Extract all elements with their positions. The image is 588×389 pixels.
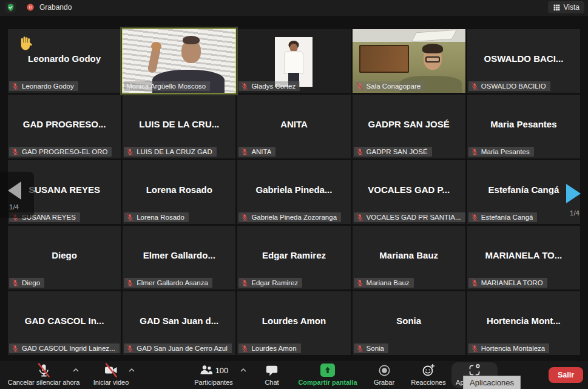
leave-meeting-button[interactable]: Salir xyxy=(549,367,583,383)
video-options-chevron[interactable] xyxy=(127,366,136,374)
muted-mic-icon xyxy=(356,345,363,352)
tile-edgar-ramirez[interactable]: Edgar Ramirez Edgar Ramirez xyxy=(237,226,350,289)
recording-indicator: Grabando xyxy=(25,2,72,12)
participant-name-label: GAD CASCOL Ingrid Lainez... xyxy=(9,343,120,353)
participant-display-name: GAD CASCOL In... xyxy=(10,316,118,326)
participant-display-name: Maria Pesantes xyxy=(470,119,578,129)
muted-mic-icon xyxy=(126,214,133,221)
participant-display-name: VOCALES GAD P... xyxy=(355,184,463,195)
tile-marianela-toro[interactable]: MARIANELA TO... MARIANELA TORO xyxy=(467,226,580,289)
muted-mic-icon xyxy=(356,279,363,286)
security-shield-icon[interactable] xyxy=(5,2,16,13)
participants-icon xyxy=(199,363,214,377)
participant-display-name: Hortencia Mont... xyxy=(470,316,578,326)
participant-display-name: ANITA xyxy=(240,119,348,129)
participant-display-name: Elmer Gallardo... xyxy=(125,250,233,260)
mic-slash-icon xyxy=(36,363,51,377)
profile-photo xyxy=(275,37,313,87)
page-indicator-right: 1/4 xyxy=(570,209,580,217)
participant-name-label: GADPR SAN JOSÉ xyxy=(354,147,432,157)
record-button[interactable]: Grabar xyxy=(368,362,400,388)
chat-button[interactable]: Chat xyxy=(256,362,288,388)
participant-display-name: OSWALDO BACI... xyxy=(470,53,578,64)
muted-mic-icon xyxy=(241,345,248,352)
participant-name-label: Lourdes Amon xyxy=(238,343,300,353)
participant-name-label: Mariana Bauz xyxy=(354,278,414,288)
muted-mic-icon xyxy=(241,214,248,221)
participant-name-label: Sonia xyxy=(354,343,388,353)
participant-display-name: Lorena Rosado xyxy=(125,184,233,195)
tile-lourdes-amon[interactable]: Lourdes Amon Lourdes Amon xyxy=(237,291,350,355)
tile-leonardo-godoy[interactable]: Leonardo Godoy Leonardo Godoy xyxy=(8,29,121,93)
participant-display-name: MARIANELA TO... xyxy=(470,250,578,260)
tile-vocales-gad[interactable]: VOCALES GAD P... VOCALES GAD PR SANTIA..… xyxy=(353,160,465,224)
participant-display-name: Diego xyxy=(10,250,118,260)
participant-display-name: GADPR SAN JOSÉ xyxy=(355,119,463,129)
muted-mic-icon xyxy=(471,83,478,90)
tile-gad-progreso[interactable]: GAD PROGRESO... GAD PROGRESO-EL ORO xyxy=(8,95,121,158)
previous-page-button[interactable]: 1/4 xyxy=(0,172,34,218)
muted-mic-icon xyxy=(471,148,478,155)
arrow-right-icon xyxy=(566,184,581,203)
muted-mic-icon xyxy=(126,345,133,352)
participant-name-label: Gabriela Pineda Zozoranga xyxy=(238,212,341,222)
recording-dot-icon xyxy=(25,2,35,12)
share-screen-button[interactable]: Compartir pantalla xyxy=(294,362,362,388)
muted-mic-icon xyxy=(12,345,19,352)
tile-monica-arguello-active-speaker[interactable]: Monica Argüello Moscoso xyxy=(123,29,235,93)
participants-options-chevron[interactable] xyxy=(239,366,248,374)
chat-icon xyxy=(265,364,279,377)
tile-gadpr-san-jose[interactable]: GADPR SAN JOSÉ GADPR SAN JOSÉ xyxy=(353,95,465,158)
tile-oswaldo-bacilio[interactable]: OSWALDO BACI... OSWALDO BACILIO xyxy=(467,29,580,93)
muted-mic-icon xyxy=(241,279,248,286)
start-video-button[interactable]: Iniciar video xyxy=(86,362,136,388)
participants-button[interactable]: 100 Participantes xyxy=(180,362,248,388)
muted-mic-icon xyxy=(471,214,478,221)
next-page-button[interactable]: 1/4 xyxy=(560,178,587,224)
view-button-label: Vista xyxy=(564,3,580,12)
participant-name-label: Estefanía Cangá xyxy=(468,212,538,222)
tile-sonia[interactable]: Sonia Sonia xyxy=(353,291,465,355)
video-slash-icon xyxy=(104,363,118,377)
reactions-button[interactable]: Reacciones xyxy=(404,362,453,388)
reactions-icon xyxy=(421,363,436,377)
participant-name-label: Lorena Rosado xyxy=(124,212,189,222)
unmute-button[interactable]: Cancelar silenciar ahora xyxy=(4,362,84,388)
page-indicator-left: 1/4 xyxy=(9,203,19,211)
participant-name-label: Monica Argüello Moscoso xyxy=(124,81,210,91)
muted-mic-icon xyxy=(471,345,478,352)
participant-display-name: GAD San Juan d... xyxy=(125,316,233,326)
participant-name-label: GAD PROGRESO-EL ORO xyxy=(9,147,112,157)
muted-mic-icon xyxy=(126,279,133,286)
participants-count: 100 xyxy=(215,366,229,375)
share-screen-icon xyxy=(320,364,335,377)
participant-name-label: GAD San Juan de Cerro Azul xyxy=(124,343,232,353)
participant-name-label: Edgar Ramirez xyxy=(238,278,302,288)
recording-label: Grabando xyxy=(39,3,72,12)
audio-options-chevron[interactable] xyxy=(72,366,80,374)
tile-anita[interactable]: ANITA ANITA xyxy=(237,95,350,158)
tile-maria-pesantes[interactable]: Maria Pesantes Maria Pesantes xyxy=(467,95,580,158)
view-button[interactable]: Vista xyxy=(548,1,584,13)
tile-lorena-rosado[interactable]: Lorena Rosado Lorena Rosado xyxy=(123,160,235,224)
tile-gabriela-pineda[interactable]: Gabriela Pineda... Gabriela Pineda Zozor… xyxy=(237,160,350,224)
tile-mariana-bauz[interactable]: Mariana Bauz Mariana Bauz xyxy=(353,226,465,289)
participant-name-label: OSWALDO BACILIO xyxy=(468,81,550,91)
tile-luis-de-la-cruz[interactable]: LUIS DE LA CRU... LUIS DE LA CRUZ GAD xyxy=(123,95,235,158)
muted-mic-icon xyxy=(356,148,363,155)
participant-name-label: ANITA xyxy=(238,147,275,157)
tile-gladys-cortez[interactable]: Gladys Cortez xyxy=(237,29,350,93)
muted-mic-icon xyxy=(356,214,363,221)
tile-sala-conagopare[interactable]: Sala Conagopare xyxy=(353,29,465,93)
tile-gad-san-juan[interactable]: GAD San Juan d... GAD San Juan de Cerro … xyxy=(123,291,235,355)
participant-name-label: MARIANELA TORO xyxy=(468,278,547,288)
tile-elmer-gallardo[interactable]: Elmer Gallardo... Elmer Gallardo Asanza xyxy=(123,226,235,289)
tile-hortencia-montaleza[interactable]: Hortencia Mont... Hortencia Montaleza xyxy=(467,291,580,355)
muted-mic-icon xyxy=(471,279,478,286)
participant-name-label: LUIS DE LA CRUZ GAD xyxy=(124,147,217,157)
tile-gad-cascol[interactable]: GAD CASCOL In... GAD CASCOL Ingrid Laine… xyxy=(8,291,121,355)
participant-display-name: Edgar Ramirez xyxy=(240,250,348,260)
arrow-left-icon xyxy=(8,181,21,200)
tile-diego[interactable]: Diego Diego xyxy=(8,226,121,289)
muted-mic-icon xyxy=(12,279,19,286)
